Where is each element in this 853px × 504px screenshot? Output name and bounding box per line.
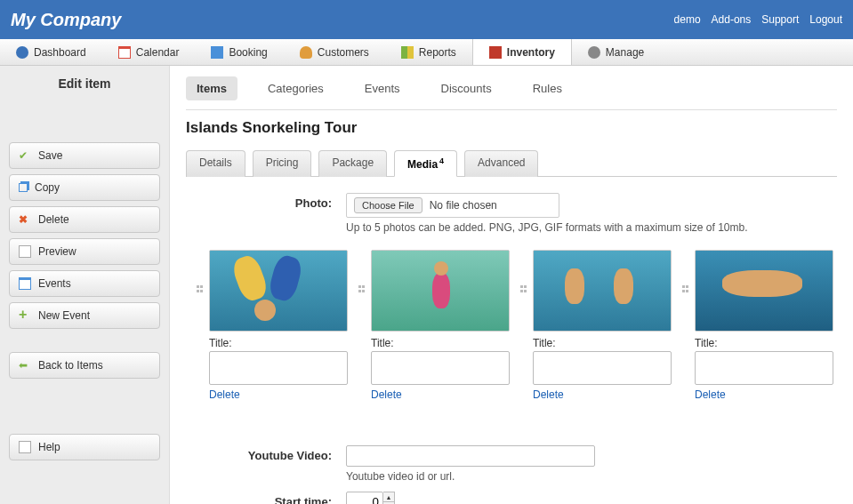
back-arrow-icon: ⬅ — [19, 359, 31, 372]
photo-item: Title: Delete — [371, 250, 513, 401]
side-label: New Event — [38, 309, 90, 322]
photo-delete-link[interactable]: Delete — [371, 388, 513, 401]
inventory-icon — [489, 46, 502, 59]
toplink-logout[interactable]: Logout — [809, 13, 842, 26]
nav-inventory[interactable]: Inventory — [472, 39, 572, 65]
youtube-label: Youtube Video: — [186, 445, 346, 462]
subtab-items[interactable]: Items — [186, 76, 237, 100]
customers-icon — [300, 46, 312, 59]
subtab-categories[interactable]: Categories — [257, 76, 334, 100]
subtabs: Items Categories Events Discounts Rules — [186, 76, 837, 110]
subtab-discounts[interactable]: Discounts — [431, 76, 503, 100]
photo-label: Photo: — [186, 193, 346, 210]
tab-media[interactable]: Media4 — [394, 150, 457, 177]
file-status: No file chosen — [430, 199, 497, 212]
events-button[interactable]: Events — [9, 270, 160, 297]
media-form: Photo: Choose File No file chosen Up to … — [186, 177, 837, 504]
photo-delete-link[interactable]: Delete — [695, 388, 837, 401]
page-title: Islands Snorkeling Tour — [186, 119, 837, 137]
title-label: Title: — [371, 337, 513, 349]
preview-button[interactable]: Preview — [9, 238, 160, 265]
save-button[interactable]: ✔ Save — [9, 142, 160, 169]
photo-title-input[interactable] — [695, 351, 833, 385]
drag-handle-icon[interactable] — [682, 285, 689, 292]
tab-advanced[interactable]: Advanced — [464, 150, 538, 177]
photo-item: Title: Delete — [533, 250, 675, 401]
side-label: Back to Items — [38, 359, 103, 372]
plus-icon: + — [19, 309, 31, 322]
nav-label: Dashboard — [34, 46, 86, 59]
delete-icon: ✖ — [19, 213, 31, 226]
sidebar-title: Edit item — [0, 66, 169, 107]
copy-icon — [19, 183, 28, 192]
nav-customers[interactable]: Customers — [284, 39, 385, 65]
subtab-events[interactable]: Events — [354, 76, 411, 100]
photo-thumbnail[interactable] — [371, 250, 510, 332]
nav-label: Manage — [606, 46, 644, 59]
tab-media-label: Media — [407, 158, 438, 171]
topbar: My Company demo Add-ons Support Logout — [0, 0, 853, 39]
drag-handle-icon[interactable] — [520, 285, 527, 292]
file-input-wrap[interactable]: Choose File No file chosen — [346, 193, 559, 218]
calendar-icon — [118, 46, 131, 59]
photo-title-input[interactable] — [533, 351, 672, 385]
toplink-support[interactable]: Support — [761, 13, 799, 26]
nav-manage[interactable]: Manage — [572, 39, 660, 65]
back-button[interactable]: ⬅ Back to Items — [9, 352, 160, 379]
copy-button[interactable]: Copy — [9, 174, 160, 201]
photo-helper: Up to 5 photos can be added. PNG, JPG, G… — [346, 221, 837, 234]
nav-label: Reports — [419, 46, 456, 59]
help-button[interactable]: Help — [9, 434, 160, 460]
photo-thumbnail[interactable] — [209, 250, 348, 332]
side-label: Copy — [35, 181, 60, 194]
title-label: Title: — [533, 337, 675, 349]
preview-icon — [19, 245, 31, 258]
drag-handle-icon[interactable] — [197, 285, 204, 292]
stepper-up-icon[interactable]: ▲ — [383, 492, 394, 502]
tab-media-badge: 4 — [439, 156, 444, 165]
nav-dashboard[interactable]: Dashboard — [0, 39, 102, 65]
start-time-label: Start time: — [186, 492, 346, 504]
side-label: Help — [38, 441, 60, 453]
title-label: Title: — [695, 337, 837, 349]
choose-file-button[interactable]: Choose File — [354, 197, 422, 213]
events-icon — [19, 277, 31, 290]
new-event-button[interactable]: + New Event — [9, 302, 160, 329]
nav-calendar[interactable]: Calendar — [102, 39, 196, 65]
youtube-input[interactable] — [346, 445, 595, 467]
check-icon: ✔ — [19, 149, 31, 162]
detail-tabs: Details Pricing Package Media4 Advanced — [186, 149, 837, 177]
dashboard-icon — [16, 46, 28, 59]
toplink-addons[interactable]: Add-ons — [712, 13, 752, 26]
nav-booking[interactable]: Booking — [195, 39, 283, 65]
sidebar: Edit item ✔ Save Copy ✖ Delete Preview E… — [0, 66, 170, 504]
photo-thumbnail[interactable] — [533, 250, 672, 332]
gear-icon — [588, 46, 600, 59]
nav-label: Inventory — [507, 46, 555, 59]
start-time-stepper[interactable]: ▲ ▼ — [346, 492, 395, 504]
photos-row: Title: Delete Title: Delete — [209, 250, 837, 401]
nav-label: Booking — [229, 46, 267, 59]
subtab-rules[interactable]: Rules — [522, 76, 573, 100]
delete-button[interactable]: ✖ Delete — [9, 206, 160, 233]
nav-label: Customers — [318, 46, 369, 59]
start-time-input[interactable] — [346, 492, 383, 504]
tab-package[interactable]: Package — [318, 150, 387, 177]
toplink-demo[interactable]: demo — [674, 13, 701, 26]
photo-title-input[interactable] — [371, 351, 510, 385]
photo-delete-link[interactable]: Delete — [209, 388, 351, 401]
tab-details[interactable]: Details — [186, 150, 245, 177]
tab-pricing[interactable]: Pricing — [253, 150, 312, 177]
photo-thumbnail[interactable] — [695, 250, 833, 332]
drag-handle-icon[interactable] — [358, 285, 366, 292]
photo-title-input[interactable] — [209, 351, 348, 385]
brand: My Company — [11, 10, 121, 30]
title-label: Title: — [209, 337, 351, 349]
photo-delete-link[interactable]: Delete — [533, 388, 675, 401]
side-label: Save — [38, 149, 62, 162]
toplinks: demo Add-ons Support Logout — [674, 13, 842, 26]
navbar: Dashboard Calendar Booking Customers Rep… — [0, 39, 853, 66]
help-icon — [19, 441, 31, 453]
nav-reports[interactable]: Reports — [385, 39, 472, 65]
side-label: Events — [38, 277, 71, 290]
